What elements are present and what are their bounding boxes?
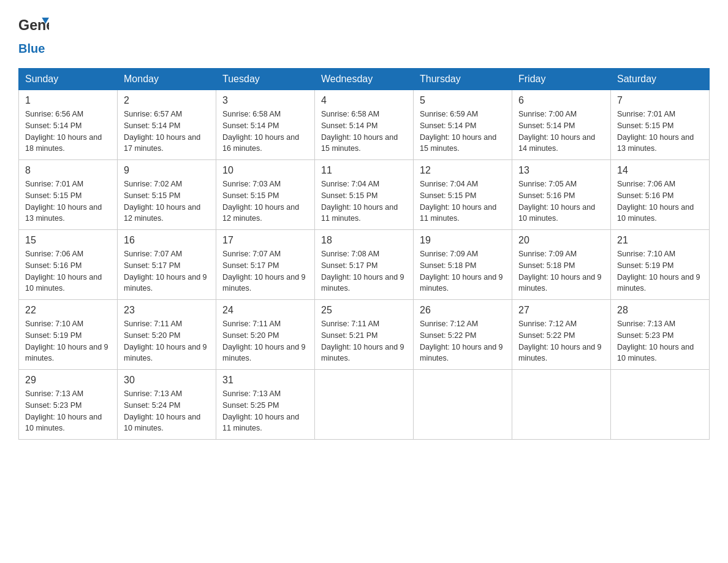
day-number: 7 <box>617 95 703 106</box>
day-info: Sunrise: 7:04 AM Sunset: 5:15 PM Dayligh… <box>321 178 407 224</box>
day-info: Sunrise: 7:05 AM Sunset: 5:16 PM Dayligh… <box>518 178 604 224</box>
day-number: 13 <box>518 165 604 176</box>
day-cell: 20 Sunrise: 7:09 AM Sunset: 5:18 PM Dayl… <box>512 230 611 300</box>
header-saturday: Saturday <box>611 69 710 90</box>
day-number: 5 <box>420 95 506 106</box>
day-number: 30 <box>124 375 210 386</box>
day-cell <box>512 370 611 440</box>
day-cell: 23 Sunrise: 7:11 AM Sunset: 5:20 PM Dayl… <box>118 300 216 370</box>
day-info: Sunrise: 7:01 AM Sunset: 5:15 PM Dayligh… <box>617 109 703 155</box>
day-number: 17 <box>222 235 308 246</box>
day-cell: 24 Sunrise: 7:11 AM Sunset: 5:20 PM Dayl… <box>216 300 315 370</box>
day-number: 20 <box>518 235 604 246</box>
day-number: 1 <box>25 95 111 106</box>
day-cell: 19 Sunrise: 7:09 AM Sunset: 5:18 PM Dayl… <box>414 230 512 300</box>
week-row-4: 22 Sunrise: 7:10 AM Sunset: 5:19 PM Dayl… <box>19 300 710 370</box>
day-cell: 31 Sunrise: 7:13 AM Sunset: 5:25 PM Dayl… <box>216 370 315 440</box>
day-info: Sunrise: 7:12 AM Sunset: 5:22 PM Dayligh… <box>518 318 604 364</box>
day-info: Sunrise: 7:07 AM Sunset: 5:17 PM Dayligh… <box>222 248 308 294</box>
day-info: Sunrise: 6:57 AM Sunset: 5:14 PM Dayligh… <box>124 109 210 155</box>
logo: General Blue <box>18 12 49 56</box>
day-info: Sunrise: 6:58 AM Sunset: 5:14 PM Dayligh… <box>222 109 308 155</box>
day-number: 22 <box>25 305 111 316</box>
day-info: Sunrise: 7:07 AM Sunset: 5:17 PM Dayligh… <box>124 248 210 294</box>
day-number: 25 <box>321 305 407 316</box>
day-info: Sunrise: 7:09 AM Sunset: 5:18 PM Dayligh… <box>518 248 604 294</box>
day-cell: 28 Sunrise: 7:13 AM Sunset: 5:23 PM Dayl… <box>611 300 710 370</box>
day-info: Sunrise: 7:09 AM Sunset: 5:18 PM Dayligh… <box>420 248 506 294</box>
day-number: 31 <box>222 375 308 386</box>
day-cell: 14 Sunrise: 7:06 AM Sunset: 5:16 PM Dayl… <box>611 160 710 230</box>
day-info: Sunrise: 7:11 AM Sunset: 5:21 PM Dayligh… <box>321 318 407 364</box>
day-info: Sunrise: 7:06 AM Sunset: 5:16 PM Dayligh… <box>617 178 703 224</box>
header-friday: Friday <box>512 69 611 90</box>
day-info: Sunrise: 7:13 AM Sunset: 5:23 PM Dayligh… <box>617 318 703 364</box>
day-cell <box>414 370 512 440</box>
day-number: 23 <box>124 305 210 316</box>
week-row-5: 29 Sunrise: 7:13 AM Sunset: 5:23 PM Dayl… <box>19 370 710 440</box>
header-monday: Monday <box>118 69 216 90</box>
day-cell: 15 Sunrise: 7:06 AM Sunset: 5:16 PM Dayl… <box>19 230 118 300</box>
day-number: 10 <box>222 165 308 176</box>
day-cell: 7 Sunrise: 7:01 AM Sunset: 5:15 PM Dayli… <box>611 90 710 160</box>
day-cell: 30 Sunrise: 7:13 AM Sunset: 5:24 PM Dayl… <box>118 370 216 440</box>
day-cell: 26 Sunrise: 7:12 AM Sunset: 5:22 PM Dayl… <box>414 300 512 370</box>
day-info: Sunrise: 7:11 AM Sunset: 5:20 PM Dayligh… <box>124 318 210 364</box>
day-info: Sunrise: 7:11 AM Sunset: 5:20 PM Dayligh… <box>222 318 308 364</box>
day-cell: 13 Sunrise: 7:05 AM Sunset: 5:16 PM Dayl… <box>512 160 611 230</box>
day-cell <box>315 370 414 440</box>
day-cell: 2 Sunrise: 6:57 AM Sunset: 5:14 PM Dayli… <box>118 90 216 160</box>
day-number: 18 <box>321 235 407 246</box>
day-cell: 4 Sunrise: 6:58 AM Sunset: 5:14 PM Dayli… <box>315 90 414 160</box>
day-number: 6 <box>518 95 604 106</box>
day-info: Sunrise: 6:58 AM Sunset: 5:14 PM Dayligh… <box>321 109 407 155</box>
day-cell: 21 Sunrise: 7:10 AM Sunset: 5:19 PM Dayl… <box>611 230 710 300</box>
day-cell: 9 Sunrise: 7:02 AM Sunset: 5:15 PM Dayli… <box>118 160 216 230</box>
day-cell: 5 Sunrise: 6:59 AM Sunset: 5:14 PM Dayli… <box>414 90 512 160</box>
day-number: 2 <box>124 95 210 106</box>
day-cell: 6 Sunrise: 7:00 AM Sunset: 5:14 PM Dayli… <box>512 90 611 160</box>
day-cell: 22 Sunrise: 7:10 AM Sunset: 5:19 PM Dayl… <box>19 300 118 370</box>
day-number: 11 <box>321 165 407 176</box>
day-number: 8 <box>25 165 111 176</box>
day-cell: 8 Sunrise: 7:01 AM Sunset: 5:15 PM Dayli… <box>19 160 118 230</box>
day-number: 29 <box>25 375 111 386</box>
week-row-1: 1 Sunrise: 6:56 AM Sunset: 5:14 PM Dayli… <box>19 90 710 160</box>
day-info: Sunrise: 7:08 AM Sunset: 5:17 PM Dayligh… <box>321 248 407 294</box>
day-cell: 11 Sunrise: 7:04 AM Sunset: 5:15 PM Dayl… <box>315 160 414 230</box>
day-number: 15 <box>25 235 111 246</box>
day-cell: 25 Sunrise: 7:11 AM Sunset: 5:21 PM Dayl… <box>315 300 414 370</box>
day-number: 27 <box>518 305 604 316</box>
day-cell: 1 Sunrise: 6:56 AM Sunset: 5:14 PM Dayli… <box>19 90 118 160</box>
logo-icon: General <box>18 12 49 43</box>
day-cell: 18 Sunrise: 7:08 AM Sunset: 5:17 PM Dayl… <box>315 230 414 300</box>
header-sunday: Sunday <box>19 69 118 90</box>
day-info: Sunrise: 7:10 AM Sunset: 5:19 PM Dayligh… <box>25 318 111 364</box>
day-info: Sunrise: 7:01 AM Sunset: 5:15 PM Dayligh… <box>25 178 111 224</box>
day-info: Sunrise: 7:13 AM Sunset: 5:25 PM Dayligh… <box>222 388 308 434</box>
day-info: Sunrise: 6:59 AM Sunset: 5:14 PM Dayligh… <box>420 109 506 155</box>
day-number: 16 <box>124 235 210 246</box>
day-cell: 29 Sunrise: 7:13 AM Sunset: 5:23 PM Dayl… <box>19 370 118 440</box>
week-row-3: 15 Sunrise: 7:06 AM Sunset: 5:16 PM Dayl… <box>19 230 710 300</box>
day-info: Sunrise: 7:02 AM Sunset: 5:15 PM Dayligh… <box>124 178 210 224</box>
day-info: Sunrise: 7:00 AM Sunset: 5:14 PM Dayligh… <box>518 109 604 155</box>
day-info: Sunrise: 7:04 AM Sunset: 5:15 PM Dayligh… <box>420 178 506 224</box>
calendar-table: SundayMondayTuesdayWednesdayThursdayFrid… <box>18 68 710 440</box>
day-number: 24 <box>222 305 308 316</box>
day-info: Sunrise: 7:12 AM Sunset: 5:22 PM Dayligh… <box>420 318 506 364</box>
day-info: Sunrise: 6:56 AM Sunset: 5:14 PM Dayligh… <box>25 109 111 155</box>
logo-blue-text: Blue <box>18 42 45 56</box>
day-cell: 17 Sunrise: 7:07 AM Sunset: 5:17 PM Dayl… <box>216 230 315 300</box>
header-tuesday: Tuesday <box>216 69 315 90</box>
day-number: 21 <box>617 235 703 246</box>
week-row-2: 8 Sunrise: 7:01 AM Sunset: 5:15 PM Dayli… <box>19 160 710 230</box>
day-cell: 12 Sunrise: 7:04 AM Sunset: 5:15 PM Dayl… <box>414 160 512 230</box>
header-wednesday: Wednesday <box>315 69 414 90</box>
day-number: 9 <box>124 165 210 176</box>
day-info: Sunrise: 7:06 AM Sunset: 5:16 PM Dayligh… <box>25 248 111 294</box>
day-info: Sunrise: 7:03 AM Sunset: 5:15 PM Dayligh… <box>222 178 308 224</box>
header-thursday: Thursday <box>414 69 512 90</box>
day-number: 12 <box>420 165 506 176</box>
day-cell <box>611 370 710 440</box>
